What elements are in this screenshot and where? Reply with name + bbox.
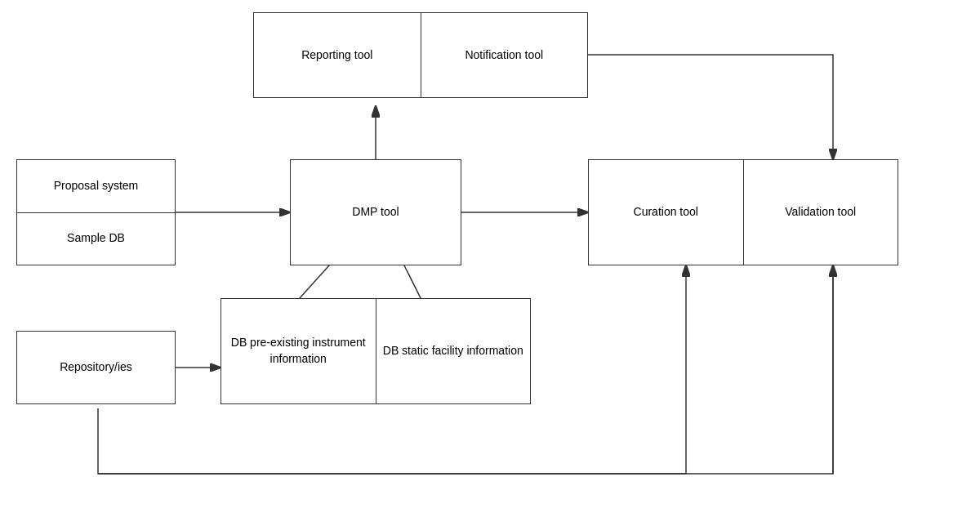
repository-label: Repository/ies xyxy=(60,359,132,376)
curation-validation-box: Curation tool Validation tool xyxy=(588,159,898,265)
db-pre-existing-label: DB pre-existing instrument information xyxy=(221,299,376,403)
curation-tool-label: Curation tool xyxy=(589,160,744,265)
notification-tool-label: Notification tool xyxy=(421,13,588,97)
dmp-tool-box: DMP tool xyxy=(290,159,461,265)
diagram-container: Reporting tool Notification tool Proposa… xyxy=(0,0,980,517)
reporting-notification-box: Reporting tool Notification tool xyxy=(253,12,588,98)
validation-tool-label: Validation tool xyxy=(744,160,898,265)
sample-db-label: Sample DB xyxy=(17,213,175,265)
reporting-tool-label: Reporting tool xyxy=(254,13,421,97)
db-static-label: DB static facility information xyxy=(376,299,531,403)
db-combined-box: DB pre-existing instrument information D… xyxy=(220,298,531,404)
proposal-sample-box: Proposal system Sample DB xyxy=(16,159,176,265)
dmp-tool-label: DMP tool xyxy=(352,204,399,221)
proposal-system-label: Proposal system xyxy=(17,160,175,213)
repository-box: Repository/ies xyxy=(16,331,176,404)
